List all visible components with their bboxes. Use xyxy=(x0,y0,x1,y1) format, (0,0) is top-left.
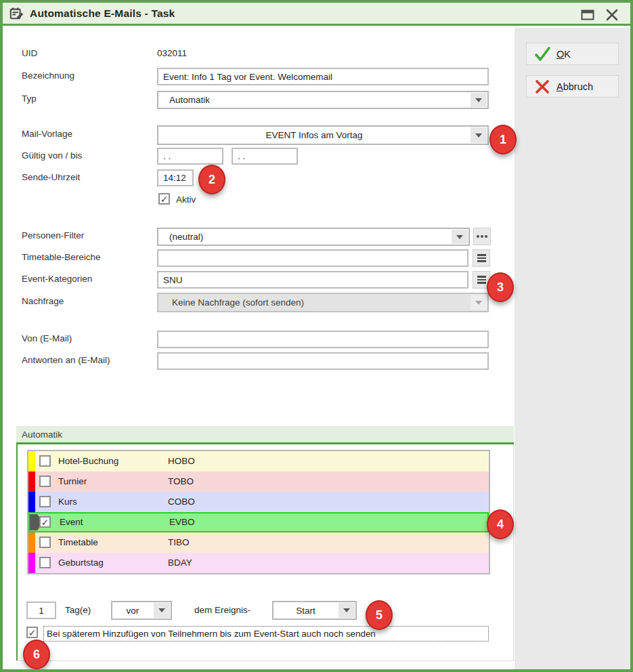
callout-badge-4: 4 xyxy=(487,509,514,539)
automatik-group-header: Automatik xyxy=(16,426,514,442)
list-item-geburtstag[interactable]: Geburtstag BDAY xyxy=(28,553,489,573)
callout-badge-6: 6 xyxy=(23,639,50,669)
chevron-down-icon[interactable] xyxy=(471,93,487,107)
ok-button[interactable]: OK xyxy=(526,43,619,65)
category-color-stripe xyxy=(28,471,35,492)
checkmark-icon xyxy=(533,45,551,63)
callout-badge-3: 3 xyxy=(487,272,514,302)
callout-badge-2: 2 xyxy=(198,165,225,194)
event-kategorien-input[interactable]: SNU xyxy=(157,271,468,289)
category-checkbox[interactable] xyxy=(39,455,51,467)
group-border-left xyxy=(16,444,18,660)
close-button[interactable] xyxy=(603,7,621,22)
personen-filter-select[interactable]: (neutral) xyxy=(157,228,470,246)
uid-label: UID xyxy=(22,48,37,58)
category-checkbox[interactable] xyxy=(39,496,51,507)
mail-vorlage-select[interactable]: EVENT Infos am Vortag xyxy=(157,125,489,145)
sende-uhrzeit-label: Sende-Uhrzeit xyxy=(22,172,80,182)
event-relative-label: dem Ereignis- xyxy=(194,605,250,615)
nachfrage-select: Keine Nachfrage (sofort senden) xyxy=(157,293,489,312)
nachfrage-label: Nachfrage xyxy=(22,296,64,306)
chevron-down-icon[interactable] xyxy=(471,127,487,143)
gueltig-label: Gültig von / bis xyxy=(22,150,82,161)
antworten-email-input[interactable] xyxy=(157,352,489,370)
list-item-turnier[interactable]: Turnier TOBO xyxy=(28,471,489,492)
personen-filter-more-button[interactable] xyxy=(473,228,491,245)
category-list: Hotel-Buchung HOBO Turnier TOBO Kurs COB… xyxy=(27,450,490,574)
von-email-input[interactable] xyxy=(157,331,489,348)
von-email-label: Von (E-Mail) xyxy=(22,333,72,343)
late-send-label: Bei späterem Hinzufügen von Teilnehmern … xyxy=(43,626,489,642)
list-item-event[interactable]: Event EVBO xyxy=(28,512,489,532)
typ-label: Typ xyxy=(22,93,37,104)
category-checkbox[interactable] xyxy=(39,557,51,568)
cancel-button[interactable]: Abbruch xyxy=(526,75,619,98)
chevron-down-icon xyxy=(471,295,487,310)
window-title: Automatische E-Mails - Task xyxy=(30,7,175,20)
gueltig-von-input[interactable]: . . xyxy=(157,148,223,165)
direction-select[interactable]: vor xyxy=(111,601,172,620)
gueltig-bis-input[interactable]: . . xyxy=(232,148,298,165)
list-item-kurs[interactable]: Kurs COBO xyxy=(28,492,489,512)
group-border-right xyxy=(513,444,514,660)
timetable-bereiche-label: Timetable-Bereiche xyxy=(22,252,101,262)
timetable-bereiche-list-button[interactable] xyxy=(473,249,490,267)
bezeichnung-label: Bezeichnung xyxy=(22,70,74,81)
menu-icon xyxy=(477,276,486,284)
uid-value: 032011 xyxy=(157,48,187,58)
dialog-window: Automatische E-Mails - Task OK xyxy=(0,0,633,672)
late-send-checkbox[interactable] xyxy=(26,627,38,638)
chevron-down-icon[interactable] xyxy=(452,230,468,244)
list-item-hotel-buchung[interactable]: Hotel-Buchung HOBO xyxy=(28,451,489,471)
side-panel: OK Abbruch xyxy=(515,28,630,669)
aktiv-label: Aktiv xyxy=(176,194,196,205)
title-bar: Automatische E-Mails - Task xyxy=(3,3,630,26)
boundary-select[interactable]: Start xyxy=(272,601,357,620)
days-input[interactable]: 1 xyxy=(26,602,56,619)
sende-uhrzeit-input[interactable]: 14:12 xyxy=(157,169,194,186)
category-checkbox[interactable] xyxy=(39,516,51,528)
ellipsis-icon xyxy=(477,235,487,238)
days-label: Tag(e) xyxy=(65,605,91,615)
bezeichnung-input[interactable]: Event: Info 1 Tag vor Event. Welcomemail xyxy=(157,68,489,85)
group-divider xyxy=(16,442,514,444)
chevron-down-icon[interactable] xyxy=(339,603,355,618)
automatik-group-label: Automatik xyxy=(22,429,62,440)
category-checkbox[interactable] xyxy=(39,537,51,548)
ok-label: OK xyxy=(556,49,571,60)
antworten-email-label: Antworten an (E-Mail) xyxy=(22,355,110,365)
category-color-stripe xyxy=(28,553,35,573)
maximize-icon xyxy=(581,9,594,20)
close-icon xyxy=(605,8,619,22)
mail-vorlage-label: Mail-Vorlage xyxy=(22,129,72,139)
maximize-button[interactable] xyxy=(579,7,596,22)
aktiv-checkbox[interactable] xyxy=(158,193,170,205)
list-item-timetable[interactable]: Timetable TIBO xyxy=(28,532,489,553)
calendar-edit-icon xyxy=(9,6,25,25)
callout-badge-5: 5 xyxy=(366,600,393,630)
category-color-stripe xyxy=(28,532,35,553)
personen-filter-label: Personen-Filter xyxy=(22,230,84,240)
event-kategorien-label: Event-Kategorien xyxy=(22,274,92,284)
x-icon xyxy=(533,78,551,96)
group-border-bottom xyxy=(16,660,514,661)
category-color-stripe xyxy=(28,492,35,512)
chevron-down-icon[interactable] xyxy=(154,603,170,618)
callout-badge-1: 1 xyxy=(489,125,517,154)
timetable-bereiche-input[interactable] xyxy=(157,249,468,267)
category-color-stripe xyxy=(28,451,35,471)
menu-icon xyxy=(477,254,486,262)
typ-select[interactable]: Automatik xyxy=(157,91,489,109)
category-checkbox[interactable] xyxy=(39,476,51,487)
cancel-label: Abbruch xyxy=(556,81,593,92)
